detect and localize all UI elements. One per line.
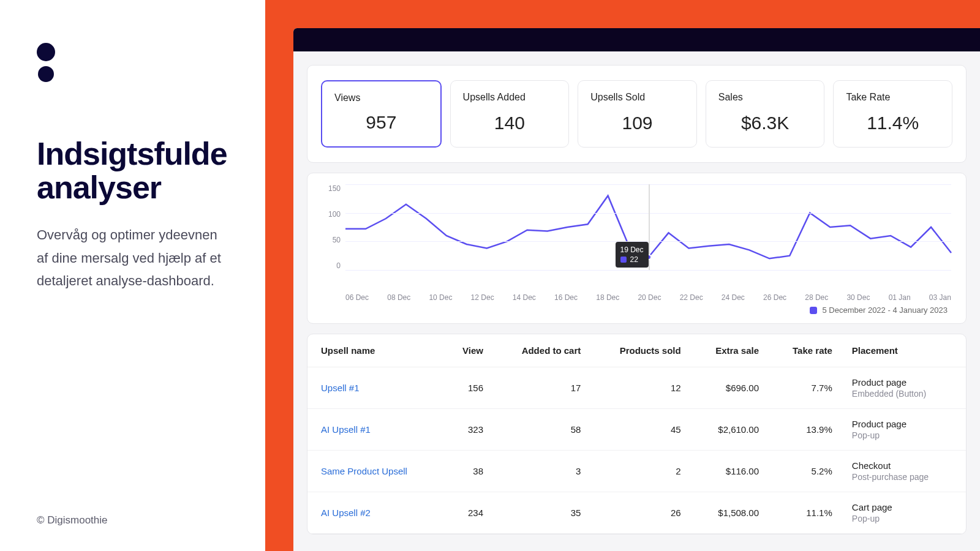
cell-placement: Product pagePop-up bbox=[842, 409, 966, 451]
logo-icon bbox=[37, 43, 228, 82]
cell-added: 35 bbox=[493, 492, 590, 534]
cell-view: 323 bbox=[443, 409, 493, 451]
cell-rate: 5.2% bbox=[769, 451, 842, 492]
cell-rate: 11.1% bbox=[769, 492, 842, 534]
stat-cards-row: Views957Upsells Added140Upsells Sold109S… bbox=[307, 65, 967, 163]
cell-sold: 26 bbox=[590, 492, 690, 534]
cell-rate: 7.7% bbox=[769, 367, 842, 409]
upsell-name-link[interactable]: Same Product Upsell bbox=[307, 451, 443, 492]
chart-card: 150100500 19 Dec22 06 Dec08 Dec10 Dec12 … bbox=[307, 173, 967, 324]
marketing-panel: Indsigtsfulde analyser Overvåg og optime… bbox=[0, 0, 265, 551]
upsell-name-link[interactable]: AI Upsell #2 bbox=[307, 492, 443, 534]
table-row: Same Product Upsell3832$116.005.2%Checko… bbox=[307, 451, 966, 492]
cell-view: 234 bbox=[443, 492, 493, 534]
table-row: AI Upsell #22343526$1,508.0011.1%Cart pa… bbox=[307, 492, 966, 534]
cell-placement: CheckoutPost-purchase page bbox=[842, 451, 966, 492]
stat-card-value: 109 bbox=[590, 113, 684, 133]
stat-card-label: Upsells Added bbox=[463, 92, 557, 103]
app-frame: Views957Upsells Added140Upsells Sold109S… bbox=[265, 0, 980, 551]
table-header[interactable]: Upsell name bbox=[307, 334, 443, 367]
cell-view: 38 bbox=[443, 451, 493, 492]
table-header[interactable]: Placement bbox=[842, 334, 966, 367]
cell-added: 3 bbox=[493, 451, 590, 492]
stat-card-sales[interactable]: Sales$6.3K bbox=[706, 80, 825, 148]
app-topbar bbox=[293, 28, 980, 51]
cell-view: 156 bbox=[443, 367, 493, 409]
cell-sale: $1,508.00 bbox=[691, 492, 769, 534]
stat-card-label: Upsells Sold bbox=[590, 92, 684, 103]
table-header[interactable]: Added to cart bbox=[493, 334, 590, 367]
chart-plot[interactable]: 19 Dec22 bbox=[345, 184, 951, 270]
chart-tooltip: 19 Dec22 bbox=[615, 242, 648, 268]
cell-sold: 2 bbox=[590, 451, 690, 492]
table-header[interactable]: Take rate bbox=[769, 334, 842, 367]
subheadline: Overvåg og optimer ydeevnen af dine mers… bbox=[37, 223, 228, 292]
cell-added: 17 bbox=[493, 367, 590, 409]
legend-label: 5 December 2022 - 4 January 2023 bbox=[822, 305, 948, 315]
legend-swatch-icon bbox=[810, 307, 817, 314]
cell-rate: 13.9% bbox=[769, 409, 842, 451]
table-header[interactable]: View bbox=[443, 334, 493, 367]
upsell-name-link[interactable]: AI Upsell #1 bbox=[307, 409, 443, 451]
stat-card-upsells-added[interactable]: Upsells Added140 bbox=[450, 80, 570, 148]
chart-y-axis: 150100500 bbox=[322, 184, 345, 270]
stat-card-label: Views bbox=[334, 92, 428, 103]
upsell-table: Upsell nameViewAdded to cartProducts sol… bbox=[307, 334, 967, 534]
cell-placement: Cart pagePop-up bbox=[842, 492, 966, 534]
cell-sale: $2,610.00 bbox=[691, 409, 769, 451]
stat-card-value: 11.4% bbox=[846, 113, 940, 133]
cell-sold: 45 bbox=[590, 409, 690, 451]
stat-card-upsells-sold[interactable]: Upsells Sold109 bbox=[578, 80, 697, 148]
cell-placement: Product pageEmbedded (Button) bbox=[842, 367, 966, 409]
upsell-name-link[interactable]: Upsell #1 bbox=[307, 367, 443, 409]
table-row: Upsell #11561712$696.007.7%Product pageE… bbox=[307, 367, 966, 409]
cell-sale: $116.00 bbox=[691, 451, 769, 492]
table-header[interactable]: Extra sale bbox=[691, 334, 769, 367]
stat-card-value: 957 bbox=[334, 112, 428, 133]
stat-card-views[interactable]: Views957 bbox=[321, 80, 442, 148]
table-header[interactable]: Products sold bbox=[590, 334, 690, 367]
headline: Indsigtsfulde analyser bbox=[37, 137, 228, 204]
stat-card-label: Take Rate bbox=[846, 92, 940, 103]
chart-legend: 5 December 2022 - 4 January 2023 bbox=[322, 305, 951, 315]
cell-added: 58 bbox=[493, 409, 590, 451]
stat-card-value: 140 bbox=[463, 113, 557, 133]
table-row: AI Upsell #13235845$2,610.0013.9%Product… bbox=[307, 409, 966, 451]
stat-card-take-rate[interactable]: Take Rate11.4% bbox=[833, 80, 952, 148]
cell-sale: $696.00 bbox=[691, 367, 769, 409]
stat-card-label: Sales bbox=[718, 92, 812, 103]
copyright: © Digismoothie bbox=[37, 514, 108, 527]
cell-sold: 12 bbox=[590, 367, 690, 409]
stat-card-value: $6.3K bbox=[718, 113, 812, 133]
chart-x-axis: 06 Dec08 Dec10 Dec12 Dec14 Dec16 Dec18 D… bbox=[322, 293, 951, 302]
